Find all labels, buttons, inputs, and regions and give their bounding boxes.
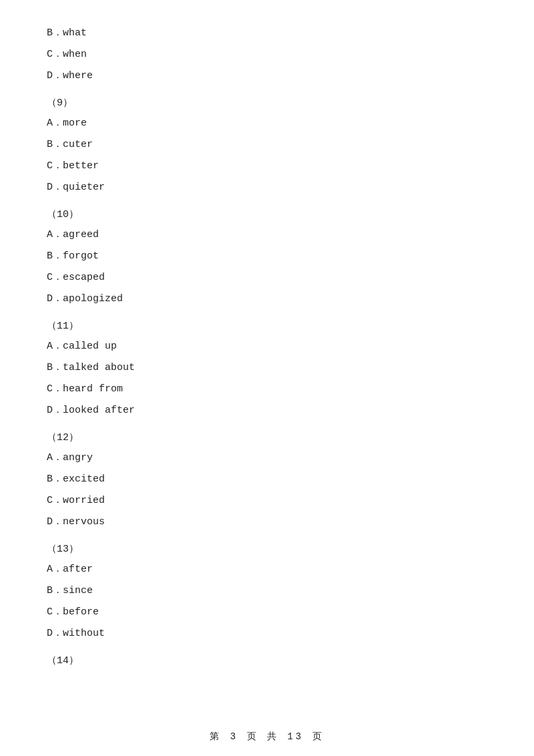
option-2-B: B．talked about	[47, 360, 487, 376]
option-3-D: D．nervous	[47, 514, 487, 530]
question-number-1: （10）	[47, 208, 487, 220]
option-0-B: B．cuter	[47, 137, 487, 153]
footer-text: 第 3 页 共 13 页	[210, 731, 324, 742]
question-number-4: （13）	[47, 542, 487, 555]
question-number-0: （9）	[47, 96, 487, 109]
sections-container: （9）A．moreB．cuterC．betterD．quieter（10）A．a…	[47, 96, 487, 667]
option-0-D: D．quieter	[47, 180, 487, 196]
page-content: B．what C．when D．where （9）A．moreB．cuterC．…	[0, 0, 534, 713]
option-2-A: A．called up	[47, 339, 487, 355]
option-4-B: B．since	[47, 583, 487, 599]
question-number-2: （11）	[47, 319, 487, 332]
option-2-D: D．looked after	[47, 403, 487, 419]
question-number-3: （12）	[47, 431, 487, 443]
option-1-D: D．apologized	[47, 291, 487, 307]
page-footer: 第 3 页 共 13 页	[0, 731, 534, 743]
option-4-A: A．after	[47, 562, 487, 578]
option-3-C: C．worried	[47, 493, 487, 509]
leading-option-c: C．when	[47, 47, 487, 63]
option-line: B．what	[47, 25, 487, 41]
option-0-C: C．better	[47, 158, 487, 174]
option-line: C．when	[47, 47, 487, 63]
option-3-B: B．excited	[47, 471, 487, 488]
option-4-C: C．before	[47, 604, 487, 620]
option-0-A: A．more	[47, 116, 487, 132]
question-number-5: （14）	[47, 654, 487, 667]
option-line: D．where	[47, 68, 487, 84]
leading-option-b: B．what	[47, 25, 487, 41]
option-3-A: A．angry	[47, 450, 487, 466]
leading-option-d: D．where	[47, 68, 487, 84]
option-1-A: A．agreed	[47, 227, 487, 243]
option-2-C: C．heard from	[47, 381, 487, 397]
option-4-D: D．without	[47, 626, 487, 642]
option-1-B: B．forgot	[47, 248, 487, 264]
option-1-C: C．escaped	[47, 270, 487, 286]
